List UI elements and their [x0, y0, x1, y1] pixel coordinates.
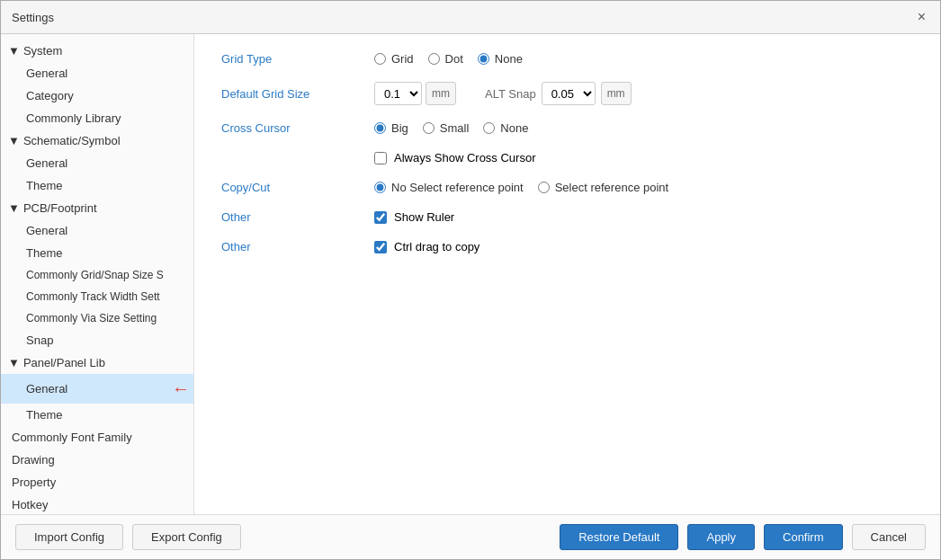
- sidebar-group-pcb[interactable]: ▼ PCB/Footprint: [1, 197, 193, 219]
- alt-snap-group: ALT Snap 0.05 0.1 0.5 mm: [485, 82, 632, 105]
- radio-grid[interactable]: Grid: [374, 52, 414, 66]
- show-ruler-checkbox[interactable]: Show Ruler: [374, 210, 454, 224]
- radio-cursor-none[interactable]: None: [483, 121, 528, 135]
- default-grid-size-controls: 0.1 0.5 1.0 mm ALT Snap 0.05 0.1 0.5: [374, 82, 632, 105]
- sidebar-item-system-general[interactable]: General: [1, 62, 193, 84]
- grid-size-select-group: 0.1 0.5 1.0 mm: [374, 82, 456, 105]
- sidebar-group-label-schematic: Schematic/Symbol: [23, 134, 121, 147]
- radio-select-input[interactable]: [538, 182, 550, 193]
- ctrl-drag-input[interactable]: [374, 241, 387, 253]
- sidebar-group-system[interactable]: ▼ System: [1, 40, 193, 62]
- always-show-cursor-row: Always Show Cross Cursor: [374, 151, 913, 164]
- radio-dot-label: Dot: [445, 52, 463, 66]
- always-show-cursor-input[interactable]: [374, 152, 387, 164]
- show-ruler-label: Other: [221, 210, 365, 224]
- cancel-button[interactable]: Cancel: [852, 524, 926, 550]
- apply-button[interactable]: Apply: [687, 524, 755, 550]
- radio-dot-input[interactable]: [428, 53, 440, 65]
- grid-type-label: Grid Type: [221, 52, 365, 66]
- radio-big-input[interactable]: [374, 122, 386, 134]
- radio-small[interactable]: Small: [423, 121, 470, 135]
- show-ruler-row: Other Show Ruler: [221, 210, 913, 224]
- sidebar-item-pcb-snap[interactable]: Snap: [1, 329, 193, 351]
- sidebar-group-label-pcb: PCB/Footprint: [23, 201, 97, 215]
- sidebar-item-pcb-theme[interactable]: Theme: [1, 242, 193, 264]
- sidebar-item-system-category[interactable]: Category: [1, 84, 193, 107]
- restore-default-button[interactable]: Restore Default: [560, 524, 678, 550]
- sidebar-item-commonly-font[interactable]: Commonly Font Family: [1, 426, 193, 449]
- radio-select-label: Select reference point: [555, 181, 668, 194]
- sidebar-item-hotkey[interactable]: Hotkey: [1, 493, 193, 514]
- grid-size-select[interactable]: 0.1 0.5 1.0: [374, 82, 422, 105]
- radio-cursor-none-input[interactable]: [483, 122, 495, 134]
- radio-small-label: Small: [440, 121, 470, 135]
- panel-general-label: General: [26, 382, 67, 396]
- radio-small-input[interactable]: [423, 122, 435, 134]
- radio-big-label: Big: [391, 121, 408, 135]
- sidebar-item-panel-general[interactable]: General ←: [1, 374, 193, 404]
- settings-dialog: Settings × ▼ System General Category Com…: [0, 0, 941, 560]
- radio-grid-input[interactable]: [374, 53, 386, 65]
- sidebar-item-property[interactable]: Property: [1, 471, 193, 493]
- sidebar-item-pcb-track-width[interactable]: Commonly Track Width Sett: [1, 286, 193, 307]
- sidebar-group-label-system: System: [23, 44, 62, 58]
- sidebar-item-pcb-general[interactable]: General: [1, 219, 193, 242]
- sidebar-item-pcb-via-size[interactable]: Commonly Via Size Setting: [1, 307, 193, 329]
- main-panel: Grid Type Grid Dot None: [194, 34, 940, 514]
- alt-snap-unit: mm: [601, 82, 632, 105]
- copy-cut-label: Copy/Cut: [221, 181, 365, 194]
- collapse-icon-pcb: ▼: [8, 201, 20, 215]
- grid-size-unit: mm: [426, 82, 456, 105]
- radio-no-select-input[interactable]: [374, 182, 386, 193]
- collapse-icon-system: ▼: [8, 44, 20, 58]
- footer: Import Config Export Config Restore Defa…: [1, 514, 940, 559]
- grid-type-controls: Grid Dot None: [374, 52, 523, 66]
- cross-cursor-row: Cross Cursor Big Small None: [221, 121, 913, 135]
- ctrl-drag-checkbox[interactable]: Ctrl drag to copy: [374, 240, 479, 253]
- grid-type-row: Grid Type Grid Dot None: [221, 52, 913, 66]
- radio-select[interactable]: Select reference point: [538, 181, 668, 194]
- radio-big[interactable]: Big: [374, 121, 408, 135]
- sidebar: ▼ System General Category Commonly Libra…: [1, 34, 194, 514]
- radio-none-label: None: [495, 52, 523, 66]
- dialog-title: Settings: [12, 11, 54, 24]
- sidebar-group-panel[interactable]: ▼ Panel/Panel Lib: [1, 351, 193, 374]
- always-show-cursor-text: Always Show Cross Cursor: [394, 151, 536, 164]
- sidebar-item-pcb-grid-snap[interactable]: Commonly Grid/Snap Size S: [1, 264, 193, 286]
- close-button[interactable]: ×: [914, 8, 929, 26]
- sidebar-group-schematic[interactable]: ▼ Schematic/Symbol: [1, 129, 193, 152]
- radio-grid-label: Grid: [391, 52, 414, 66]
- ctrl-drag-text: Ctrl drag to copy: [394, 240, 479, 253]
- radio-none[interactable]: None: [478, 52, 523, 66]
- radio-cursor-none-label: None: [500, 121, 528, 135]
- default-grid-size-row: Default Grid Size 0.1 0.5 1.0 mm ALT Sna…: [221, 82, 913, 105]
- sidebar-item-schematic-theme[interactable]: Theme: [1, 174, 193, 197]
- copy-cut-controls: No Select reference point Select referen…: [374, 181, 668, 194]
- always-show-cursor-checkbox[interactable]: Always Show Cross Cursor: [374, 151, 536, 164]
- footer-left: Import Config Export Config: [15, 524, 241, 550]
- radio-no-select-label: No Select reference point: [391, 181, 524, 194]
- radio-none-input[interactable]: [478, 53, 489, 65]
- content-area: ▼ System General Category Commonly Libra…: [1, 34, 940, 514]
- import-config-button[interactable]: Import Config: [15, 524, 123, 550]
- footer-right: Restore Default Apply Confirm Cancel: [560, 524, 926, 550]
- show-ruler-input[interactable]: [374, 211, 387, 224]
- sidebar-item-drawing[interactable]: Drawing: [1, 449, 193, 471]
- default-grid-size-label: Default Grid Size: [221, 87, 365, 101]
- sidebar-group-label-panel: Panel/Panel Lib: [23, 356, 105, 369]
- alt-snap-select[interactable]: 0.05 0.1 0.5: [542, 82, 596, 105]
- copy-cut-row: Copy/Cut No Select reference point Selec…: [221, 181, 913, 194]
- radio-dot[interactable]: Dot: [428, 52, 463, 66]
- ctrl-drag-label: Other: [221, 240, 365, 253]
- radio-no-select[interactable]: No Select reference point: [374, 181, 524, 194]
- ctrl-drag-row: Other Ctrl drag to copy: [221, 240, 913, 253]
- sidebar-item-schematic-general[interactable]: General: [1, 152, 193, 174]
- arrow-indicator: ←: [172, 378, 190, 399]
- sidebar-item-system-commonly-library[interactable]: Commonly Library: [1, 107, 193, 129]
- export-config-button[interactable]: Export Config: [132, 524, 241, 550]
- alt-snap-label: ALT Snap: [485, 87, 536, 101]
- title-bar: Settings ×: [1, 1, 940, 34]
- confirm-button[interactable]: Confirm: [764, 524, 843, 550]
- sidebar-item-panel-theme[interactable]: Theme: [1, 404, 193, 426]
- cross-cursor-label: Cross Cursor: [221, 121, 365, 135]
